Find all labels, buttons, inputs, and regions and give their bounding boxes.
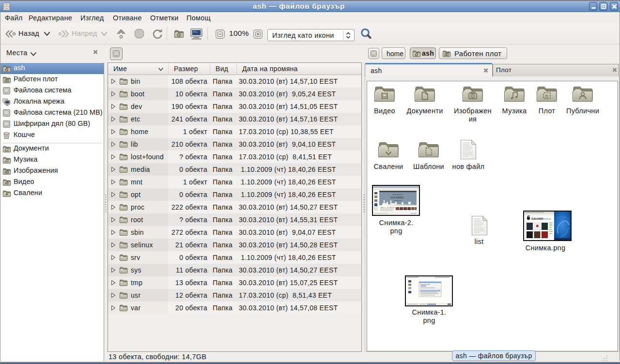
svg-text:Store: Store: [543, 217, 552, 220]
svg-text:GUADEC: GUADEC: [391, 196, 404, 199]
svg-text:GNOME: GNOME: [531, 217, 543, 220]
svg-text:D: D: [545, 94, 549, 99]
svg-text:About GUADEC: About GUADEC: [381, 207, 396, 209]
